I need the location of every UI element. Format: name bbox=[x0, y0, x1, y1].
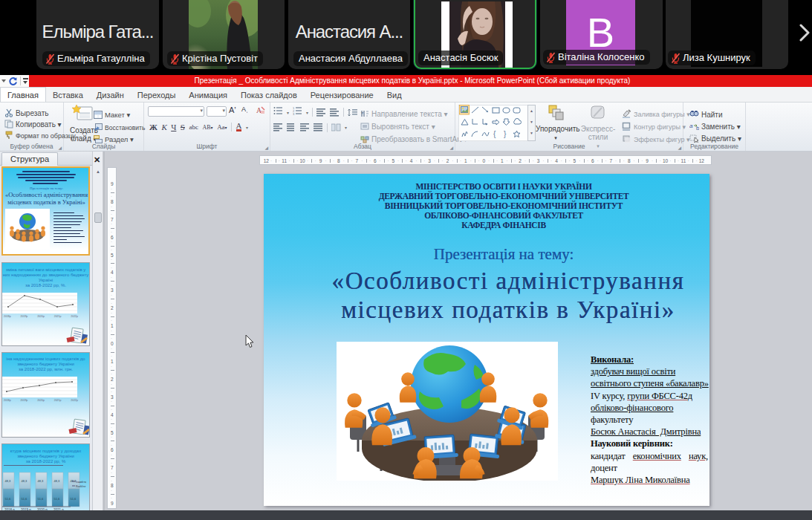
svg-text:a: a bbox=[689, 123, 693, 129]
svg-text:48,3: 48,3 bbox=[38, 479, 45, 483]
svg-text:48,3: 48,3 bbox=[22, 479, 28, 483]
svg-text:Інший податок: Інший податок bbox=[76, 481, 86, 484]
svg-text:3: 3 bbox=[293, 112, 295, 116]
svg-text:51,6: 51,6 bbox=[5, 497, 12, 501]
svg-text:Različne найми: Različne найми bbox=[76, 485, 86, 488]
svg-text:48,3: 48,3 bbox=[5, 479, 12, 483]
svg-text:48,3: 48,3 bbox=[54, 479, 61, 483]
svg-text:51,6: 51,6 bbox=[38, 497, 45, 501]
svg-text:51,6: 51,6 bbox=[22, 497, 28, 501]
svg-text:51,6: 51,6 bbox=[54, 497, 61, 501]
svg-text:51,6: 51,6 bbox=[71, 497, 77, 501]
svg-text:b: b bbox=[696, 125, 699, 131]
